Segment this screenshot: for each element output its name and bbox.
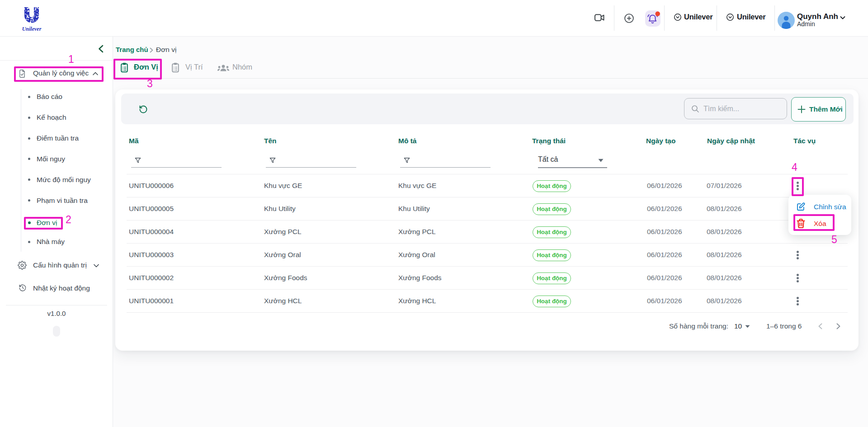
svg-text:Unilever: Unilever bbox=[22, 26, 42, 32]
